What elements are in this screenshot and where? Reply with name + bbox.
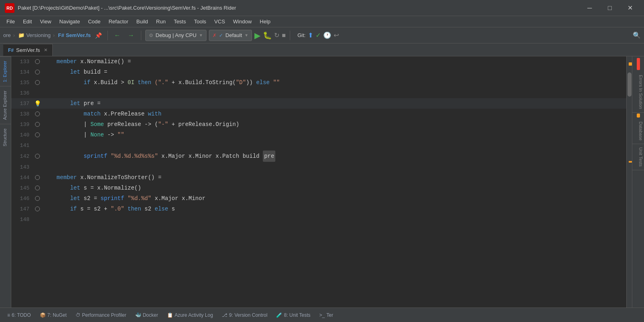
window-title: Paket [D:\Projects\Git\Demo\Paket] - ...… — [18, 5, 236, 11]
nuget-icon: 📦 — [40, 312, 46, 318]
line-gutter — [33, 130, 41, 140]
nav-forward-button[interactable]: → — [126, 30, 137, 41]
lightbulb-icon[interactable]: 💡 — [34, 100, 41, 107]
bottom-todo[interactable]: ≡ 6: TODO — [3, 312, 35, 319]
token: then — [134, 77, 155, 88]
gutter-circle — [35, 122, 40, 127]
menu-navigate[interactable]: Navigate — [56, 18, 83, 25]
pin-icon[interactable]: 📌 — [95, 32, 102, 39]
menu-help[interactable]: Help — [256, 18, 274, 25]
line-content — [41, 88, 626, 98]
line-gutter — [33, 109, 41, 119]
line-number: 138 — [11, 109, 33, 119]
unit-tests-icon: 🧪 — [276, 312, 282, 318]
right-unit-tests[interactable]: Unit Tests — [632, 144, 644, 170]
menu-code[interactable]: Code — [85, 18, 104, 25]
bottom-terminal[interactable]: >_ Ter — [315, 312, 337, 319]
token — [43, 77, 84, 88]
line-gutter — [33, 193, 41, 204]
token: if — [70, 204, 77, 214]
menu-tools[interactable]: Tools — [191, 18, 209, 25]
bottom-profiler[interactable]: ⏱ Performance Profiler — [72, 312, 130, 319]
line-content — [41, 162, 626, 172]
scrollbar[interactable] — [626, 56, 632, 308]
refresh-button[interactable]: ↻ — [274, 31, 279, 39]
token: else — [155, 204, 168, 214]
menu-run[interactable]: Run — [153, 18, 169, 25]
token: let — [70, 183, 80, 193]
menu-file[interactable]: File — [3, 18, 18, 25]
breadcrumb-more[interactable]: ore › — [3, 32, 16, 38]
line-content: match x.PreRelease with — [41, 109, 626, 119]
git-history-icon[interactable]: 🕐 — [323, 31, 331, 39]
line-number: 136 — [11, 88, 33, 98]
window-controls: ─ □ ✕ — [580, 2, 639, 14]
line-number: 134 — [11, 67, 33, 77]
token — [43, 67, 70, 77]
git-check-icon[interactable]: ✓ — [316, 31, 321, 39]
menu-view[interactable]: View — [37, 18, 54, 25]
tab-semver-fs[interactable]: F# SemVer.fs ✕ — [3, 44, 53, 56]
line-number: 146 — [11, 193, 33, 204]
nav-back-button[interactable]: ← — [112, 30, 123, 41]
bottom-docker[interactable]: 🐳 Docker — [131, 312, 162, 319]
debug-button[interactable]: 🐛 — [263, 31, 272, 40]
git-push-icon[interactable]: ⬆ — [308, 31, 313, 39]
menu-tests[interactable]: Tests — [171, 18, 189, 25]
token: sprintf — [101, 193, 124, 204]
menu-window[interactable]: Window — [230, 18, 255, 25]
line-gutter — [33, 67, 41, 77]
token — [43, 204, 70, 214]
terminal-icon: >_ — [319, 312, 325, 318]
bottom-nuget[interactable]: 📦 7: NuGet — [36, 312, 71, 319]
debug-config-dropdown[interactable]: ⚙ Debug | Any CPU ▼ — [145, 30, 207, 41]
line-content: if x.Build > 0I then ("." + x.Build.ToSt… — [41, 77, 626, 88]
line-gutter — [33, 77, 41, 88]
token: x.Build > — [91, 77, 128, 88]
search-btn[interactable]: 🔍 — [633, 31, 641, 39]
close-button[interactable]: ✕ — [621, 2, 639, 14]
right-database[interactable]: Database — [632, 118, 644, 144]
line-gutter — [33, 172, 41, 183]
menu-build[interactable]: Build — [133, 18, 151, 25]
menu-refactor[interactable]: Refactor — [105, 18, 132, 25]
token: "" — [273, 77, 280, 88]
right-errors-in-solution[interactable]: Errors In Solution — [632, 72, 644, 113]
run-button[interactable]: ▶ — [254, 31, 260, 40]
run-config-dropdown[interactable]: ✗ ✓ Default ▼ — [209, 30, 252, 41]
sidebar-item-structure[interactable]: Structure — [0, 124, 11, 151]
token: let — [70, 193, 80, 204]
token: )) — [246, 77, 256, 88]
breadcrumb-file[interactable]: F# SemVer.fs — [58, 32, 91, 38]
sidebar-item-explorer[interactable]: 1: Explorer — [0, 56, 11, 86]
token: member — [57, 172, 77, 183]
code-editor[interactable]: 133 member x.Normalize() =134 let build … — [11, 56, 626, 308]
token: x.Normalize() = — [77, 56, 131, 67]
git-rollback-icon[interactable]: ↩ — [334, 31, 339, 39]
bottom-azure-log[interactable]: 📋 Azure Activity Log — [163, 312, 217, 319]
line-number: 133 — [11, 56, 33, 67]
token: | — [43, 119, 91, 130]
title-bar: RD Paket [D:\Projects\Git\Demo\Paket] - … — [0, 0, 644, 16]
sidebar-item-azure-explorer[interactable]: Azure Explorer — [0, 86, 11, 124]
scrollbar-thumb[interactable] — [627, 72, 632, 97]
token: s = s2 + — [77, 204, 111, 214]
line-number: 139 — [11, 119, 33, 130]
token: Some — [91, 119, 104, 130]
bottom-version-control[interactable]: ⎇ 9: Version Control — [218, 312, 271, 319]
menu-vcs[interactable]: VCS — [211, 18, 228, 25]
stop-button[interactable]: ■ — [282, 32, 286, 39]
bottom-toolbar: ≡ 6: TODO 📦 7: NuGet ⏱ Performance Profi… — [0, 308, 644, 322]
minimize-button[interactable]: ─ — [580, 2, 599, 14]
tab-close-icon[interactable]: ✕ — [44, 47, 47, 53]
breadcrumb-versioning[interactable]: 📁 Versioning › — [18, 32, 56, 38]
bottom-unit-tests[interactable]: 🧪 8: Unit Tests — [272, 312, 314, 319]
token: member — [57, 56, 77, 67]
maximize-button[interactable]: □ — [601, 2, 619, 14]
token — [43, 98, 70, 109]
menu-edit[interactable]: Edit — [20, 18, 35, 25]
line-number: 140 — [11, 130, 33, 140]
line-number: 144 — [11, 172, 33, 183]
token: sprintf — [84, 151, 107, 161]
run-dropdown-arrow: ▼ — [244, 33, 248, 37]
